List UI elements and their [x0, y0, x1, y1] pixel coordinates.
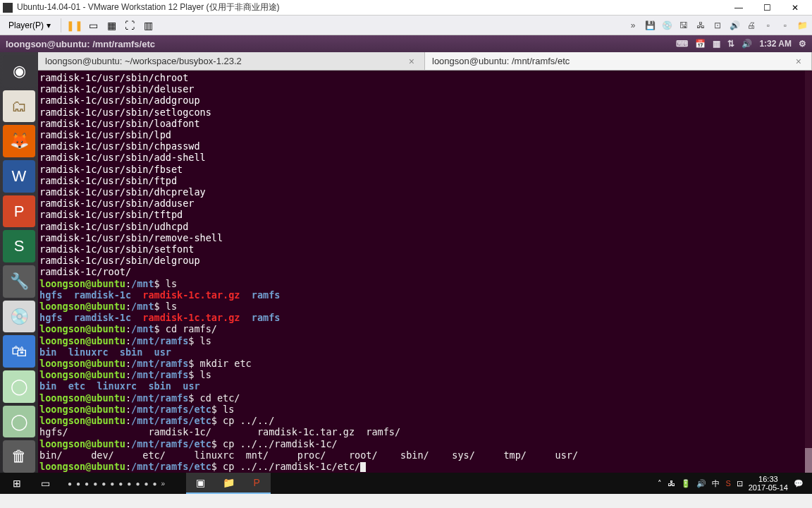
system-tray: ˄ 🖧 🔋 🔊 中 S ⊡ 16:33 2017-05-14 💬 — [658, 475, 809, 492]
terminal-body[interactable]: ramdisk-1c/usr/sbin/chroot ramdisk-1c/us… — [38, 71, 812, 473]
vmware-toolbar: Player(P) ▾ ❚❚ ▭ ▦ ⛶ ▥ » 💾 💿 🖫 🖧 ⊡ 🔊 🖨 ▫… — [0, 16, 812, 35]
ubuntu-top-panel: loongson@ubuntu: /mnt/ramfs/etc ⌨ 📅 ▦ ⇅ … — [0, 35, 812, 52]
software-center-icon[interactable]: 🛍 — [3, 335, 35, 368]
minimize-button[interactable]: — — [725, 0, 753, 16]
ql-icon[interactable]: ● — [127, 480, 131, 488]
ql-icon[interactable]: ● — [102, 480, 106, 488]
tray-battery-icon[interactable]: 🔋 — [681, 479, 691, 488]
tray-icon[interactable]: ⊡ — [737, 479, 743, 488]
bt-icon[interactable]: ▫ — [778, 18, 792, 32]
clock-indicator[interactable]: 1:32 AM — [759, 39, 792, 49]
terminal-tab-2[interactable]: loongson@ubuntu: /mnt/ramfs/etc × — [425, 52, 812, 70]
trash-icon[interactable]: 🗑 — [3, 440, 35, 473]
snapshot-button[interactable]: ▭ — [85, 18, 101, 33]
tray-volume-icon[interactable]: 🔊 — [696, 479, 706, 488]
pause-button[interactable]: ❚❚ — [67, 18, 82, 33]
tray-chevron-icon[interactable]: ˄ — [658, 479, 662, 488]
ql-icon[interactable]: ● — [85, 480, 89, 488]
unity-button[interactable]: ▥ — [140, 18, 156, 33]
dropdown-icon: ▾ — [47, 20, 51, 30]
notification-icon[interactable]: 💬 — [794, 479, 804, 488]
device-icons: » 💾 💿 🖫 🖧 ⊡ 🔊 🖨 ▫ ▫ 📁 — [626, 18, 809, 32]
chevron-icon[interactable]: » — [161, 480, 166, 488]
disk-icon[interactable]: 💿 — [3, 301, 35, 333]
word-icon[interactable]: W — [3, 160, 35, 193]
ql-icon[interactable]: ● — [68, 480, 72, 488]
scrollbar-track[interactable] — [805, 71, 812, 473]
tray-network-icon[interactable]: 🖧 — [668, 479, 675, 488]
vmware-icon — [3, 3, 13, 13]
tab-label: loongson@ubuntu: ~/workspace/busybox-1.2… — [45, 56, 242, 66]
excel-icon[interactable]: S — [3, 230, 35, 262]
ql-icon[interactable]: ● — [110, 480, 114, 488]
calendar-indicator[interactable]: 📅 — [695, 39, 706, 49]
gear-icon[interactable]: ⚙ — [799, 39, 806, 49]
cd-icon[interactable]: 💿 — [660, 18, 674, 32]
tab-close-icon[interactable]: × — [406, 56, 417, 67]
terminal-cursor — [360, 462, 366, 472]
terminal-window: loongson@ubuntu: ~/workspace/busybox-1.2… — [38, 52, 812, 473]
task-view-button[interactable]: ▭ — [31, 473, 59, 494]
powerpoint-icon[interactable]: P — [3, 195, 35, 228]
dash-icon[interactable]: ◉ — [3, 55, 35, 87]
powerpoint-task-button[interactable]: P — [242, 473, 271, 494]
usb-icon[interactable]: ⊡ — [710, 18, 725, 32]
ql-icon[interactable]: ● — [118, 480, 123, 488]
ql-icon[interactable]: ● — [152, 480, 156, 488]
vmware-titlebar: Ubuntu-14.04-01 - VMware Workstation 12 … — [0, 0, 812, 16]
device-icon[interactable]: ▫ — [761, 18, 775, 32]
sound-indicator[interactable]: 🔊 — [742, 39, 752, 49]
sound-icon[interactable]: 🔊 — [727, 18, 742, 32]
ql-icon[interactable]: ● — [144, 480, 148, 488]
terminal-output: ramdisk-1c/usr/sbin/chroot ramdisk-1c/us… — [39, 72, 223, 277]
ql-icon[interactable]: ● — [76, 480, 80, 488]
app-icon[interactable]: ◯ — [3, 370, 35, 403]
separator — [61, 18, 61, 32]
vmware-task-button[interactable]: ▣ — [186, 473, 214, 494]
windows-taskbar: ⊞ ▭ ● ● ● ● ● ● ● ● ● ● ● » ▣ 📁 P ˄ 🖧 🔋 … — [0, 473, 812, 494]
clock-time: 16:33 — [749, 475, 788, 483]
hdd-icon[interactable]: 💾 — [643, 18, 657, 32]
tray-ime-icon[interactable]: 中 — [712, 478, 720, 489]
keyboard-indicator[interactable]: ⌨ — [676, 39, 688, 49]
vm-tools-icon[interactable]: 🔧 — [3, 265, 35, 298]
tray-icon[interactable]: S — [725, 479, 730, 488]
quick-launch: ● ● ● ● ● ● ● ● ● ● ● — [68, 480, 157, 488]
ql-icon[interactable]: ● — [93, 480, 97, 488]
tab-label: loongson@ubuntu: /mnt/ramfs/etc — [432, 56, 570, 66]
send-cad-button[interactable]: ▦ — [104, 18, 119, 33]
window-title: Ubuntu-14.04-01 - VMware Workstation 12 … — [17, 1, 725, 13]
taskbar-clock[interactable]: 16:33 2017-05-14 — [749, 475, 788, 492]
unity-launcher: ◉ 🗂 🦊 W P S 🔧 💿 🛍 ◯ ◯ 🗑 — [0, 52, 38, 473]
chevron-icon[interactable]: » — [626, 18, 640, 32]
terminal-tabs: loongson@ubuntu: ~/workspace/busybox-1.2… — [38, 52, 812, 71]
scrollbar-thumb[interactable] — [805, 448, 812, 473]
clock-date: 2017-05-14 — [749, 483, 788, 492]
folder-icon[interactable]: 📁 — [795, 18, 809, 32]
network-icon[interactable]: 🖧 — [694, 18, 708, 32]
fullscreen-button[interactable]: ⛶ — [122, 18, 137, 33]
player-menu-label: Player(P) — [8, 20, 44, 30]
tab-close-icon[interactable]: × — [793, 56, 804, 67]
close-button[interactable]: ✕ — [781, 0, 809, 16]
files-indicator[interactable]: ▦ — [713, 39, 720, 49]
panel-title: loongson@ubuntu: /mnt/ramfs/etc — [6, 39, 676, 49]
app2-icon[interactable]: ◯ — [3, 406, 35, 438]
player-menu[interactable]: Player(P) ▾ — [3, 19, 56, 32]
ql-icon[interactable]: ● — [135, 480, 140, 488]
floppy-icon[interactable]: 🖫 — [677, 18, 691, 32]
start-button[interactable]: ⊞ — [3, 473, 31, 494]
explorer-task-button[interactable]: 📁 — [214, 473, 242, 494]
files-icon[interactable]: 🗂 — [3, 90, 35, 123]
network-indicator[interactable]: ⇅ — [727, 39, 734, 49]
maximize-button[interactable]: ☐ — [753, 0, 781, 16]
terminal-tab-1[interactable]: loongson@ubuntu: ~/workspace/busybox-1.2… — [38, 52, 425, 70]
firefox-icon[interactable]: 🦊 — [3, 125, 35, 157]
printer-icon[interactable]: 🖨 — [744, 18, 758, 32]
